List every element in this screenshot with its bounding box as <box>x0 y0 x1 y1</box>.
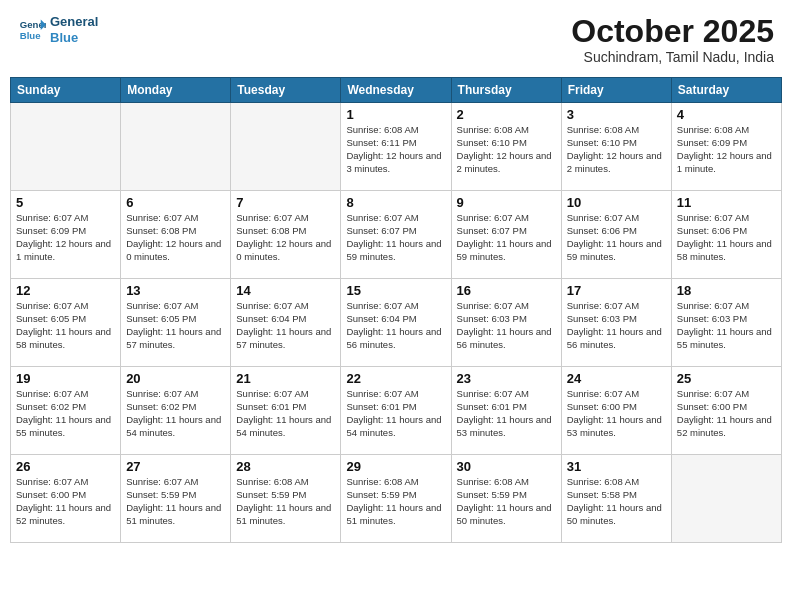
calendar-table: SundayMondayTuesdayWednesdayThursdayFrid… <box>10 77 782 543</box>
week-row-2: 12Sunrise: 6:07 AM Sunset: 6:05 PM Dayli… <box>11 279 782 367</box>
cell-info: Sunrise: 6:07 AM Sunset: 6:00 PM Dayligh… <box>677 388 776 439</box>
calendar-cell: 14Sunrise: 6:07 AM Sunset: 6:04 PM Dayli… <box>231 279 341 367</box>
day-number: 11 <box>677 195 776 210</box>
calendar-cell: 24Sunrise: 6:07 AM Sunset: 6:00 PM Dayli… <box>561 367 671 455</box>
cell-info: Sunrise: 6:08 AM Sunset: 6:10 PM Dayligh… <box>567 124 666 175</box>
cell-info: Sunrise: 6:07 AM Sunset: 6:01 PM Dayligh… <box>346 388 445 439</box>
calendar-cell: 2Sunrise: 6:08 AM Sunset: 6:10 PM Daylig… <box>451 103 561 191</box>
calendar-cell: 31Sunrise: 6:08 AM Sunset: 5:58 PM Dayli… <box>561 455 671 543</box>
day-header-thursday: Thursday <box>451 78 561 103</box>
svg-text:Blue: Blue <box>20 29 41 40</box>
cell-info: Sunrise: 6:07 AM Sunset: 6:02 PM Dayligh… <box>126 388 225 439</box>
day-number: 22 <box>346 371 445 386</box>
logo-text-line1: General <box>50 14 98 30</box>
cell-info: Sunrise: 6:07 AM Sunset: 6:06 PM Dayligh… <box>567 212 666 263</box>
day-header-saturday: Saturday <box>671 78 781 103</box>
calendar-cell: 25Sunrise: 6:07 AM Sunset: 6:00 PM Dayli… <box>671 367 781 455</box>
day-number: 13 <box>126 283 225 298</box>
cell-info: Sunrise: 6:08 AM Sunset: 5:59 PM Dayligh… <box>236 476 335 527</box>
cell-info: Sunrise: 6:08 AM Sunset: 5:58 PM Dayligh… <box>567 476 666 527</box>
cell-info: Sunrise: 6:07 AM Sunset: 6:07 PM Dayligh… <box>346 212 445 263</box>
day-number: 17 <box>567 283 666 298</box>
calendar-cell: 15Sunrise: 6:07 AM Sunset: 6:04 PM Dayli… <box>341 279 451 367</box>
logo-text-line2: Blue <box>50 30 98 46</box>
day-number: 9 <box>457 195 556 210</box>
calendar-cell <box>11 103 121 191</box>
day-number: 3 <box>567 107 666 122</box>
day-number: 12 <box>16 283 115 298</box>
cell-info: Sunrise: 6:08 AM Sunset: 6:09 PM Dayligh… <box>677 124 776 175</box>
cell-info: Sunrise: 6:08 AM Sunset: 5:59 PM Dayligh… <box>346 476 445 527</box>
cell-info: Sunrise: 6:07 AM Sunset: 6:05 PM Dayligh… <box>126 300 225 351</box>
cell-info: Sunrise: 6:08 AM Sunset: 5:59 PM Dayligh… <box>457 476 556 527</box>
calendar-cell: 17Sunrise: 6:07 AM Sunset: 6:03 PM Dayli… <box>561 279 671 367</box>
day-number: 1 <box>346 107 445 122</box>
cell-info: Sunrise: 6:07 AM Sunset: 6:03 PM Dayligh… <box>567 300 666 351</box>
day-number: 31 <box>567 459 666 474</box>
cell-info: Sunrise: 6:07 AM Sunset: 6:04 PM Dayligh… <box>236 300 335 351</box>
calendar-cell <box>121 103 231 191</box>
day-number: 5 <box>16 195 115 210</box>
day-header-tuesday: Tuesday <box>231 78 341 103</box>
header-row: SundayMondayTuesdayWednesdayThursdayFrid… <box>11 78 782 103</box>
calendar-body: 1Sunrise: 6:08 AM Sunset: 6:11 PM Daylig… <box>11 103 782 543</box>
day-number: 23 <box>457 371 556 386</box>
calendar-cell: 22Sunrise: 6:07 AM Sunset: 6:01 PM Dayli… <box>341 367 451 455</box>
cell-info: Sunrise: 6:07 AM Sunset: 6:00 PM Dayligh… <box>567 388 666 439</box>
calendar-cell: 23Sunrise: 6:07 AM Sunset: 6:01 PM Dayli… <box>451 367 561 455</box>
week-row-4: 26Sunrise: 6:07 AM Sunset: 6:00 PM Dayli… <box>11 455 782 543</box>
cell-info: Sunrise: 6:07 AM Sunset: 5:59 PM Dayligh… <box>126 476 225 527</box>
calendar-cell: 1Sunrise: 6:08 AM Sunset: 6:11 PM Daylig… <box>341 103 451 191</box>
cell-info: Sunrise: 6:07 AM Sunset: 6:01 PM Dayligh… <box>457 388 556 439</box>
calendar-header: SundayMondayTuesdayWednesdayThursdayFrid… <box>11 78 782 103</box>
logo: General Blue General Blue <box>18 14 98 45</box>
day-number: 14 <box>236 283 335 298</box>
cell-info: Sunrise: 6:07 AM Sunset: 6:07 PM Dayligh… <box>457 212 556 263</box>
day-number: 8 <box>346 195 445 210</box>
calendar-cell: 18Sunrise: 6:07 AM Sunset: 6:03 PM Dayli… <box>671 279 781 367</box>
day-number: 26 <box>16 459 115 474</box>
title-block: October 2025 Suchindram, Tamil Nadu, Ind… <box>571 14 774 65</box>
day-header-wednesday: Wednesday <box>341 78 451 103</box>
cell-info: Sunrise: 6:07 AM Sunset: 6:01 PM Dayligh… <box>236 388 335 439</box>
calendar-cell: 29Sunrise: 6:08 AM Sunset: 5:59 PM Dayli… <box>341 455 451 543</box>
cell-info: Sunrise: 6:07 AM Sunset: 6:03 PM Dayligh… <box>457 300 556 351</box>
calendar-cell: 13Sunrise: 6:07 AM Sunset: 6:05 PM Dayli… <box>121 279 231 367</box>
day-number: 20 <box>126 371 225 386</box>
day-number: 29 <box>346 459 445 474</box>
cell-info: Sunrise: 6:08 AM Sunset: 6:10 PM Dayligh… <box>457 124 556 175</box>
calendar-cell: 28Sunrise: 6:08 AM Sunset: 5:59 PM Dayli… <box>231 455 341 543</box>
calendar-cell: 4Sunrise: 6:08 AM Sunset: 6:09 PM Daylig… <box>671 103 781 191</box>
day-number: 16 <box>457 283 556 298</box>
day-number: 2 <box>457 107 556 122</box>
cell-info: Sunrise: 6:07 AM Sunset: 6:00 PM Dayligh… <box>16 476 115 527</box>
calendar-cell: 20Sunrise: 6:07 AM Sunset: 6:02 PM Dayli… <box>121 367 231 455</box>
cell-info: Sunrise: 6:07 AM Sunset: 6:08 PM Dayligh… <box>236 212 335 263</box>
day-number: 15 <box>346 283 445 298</box>
calendar-cell: 12Sunrise: 6:07 AM Sunset: 6:05 PM Dayli… <box>11 279 121 367</box>
location: Suchindram, Tamil Nadu, India <box>571 49 774 65</box>
calendar-cell: 3Sunrise: 6:08 AM Sunset: 6:10 PM Daylig… <box>561 103 671 191</box>
calendar-cell: 30Sunrise: 6:08 AM Sunset: 5:59 PM Dayli… <box>451 455 561 543</box>
cell-info: Sunrise: 6:08 AM Sunset: 6:11 PM Dayligh… <box>346 124 445 175</box>
cell-info: Sunrise: 6:07 AM Sunset: 6:03 PM Dayligh… <box>677 300 776 351</box>
week-row-0: 1Sunrise: 6:08 AM Sunset: 6:11 PM Daylig… <box>11 103 782 191</box>
day-number: 30 <box>457 459 556 474</box>
logo-icon: General Blue <box>18 16 46 44</box>
day-number: 27 <box>126 459 225 474</box>
cell-info: Sunrise: 6:07 AM Sunset: 6:04 PM Dayligh… <box>346 300 445 351</box>
calendar-cell: 21Sunrise: 6:07 AM Sunset: 6:01 PM Dayli… <box>231 367 341 455</box>
calendar-cell: 10Sunrise: 6:07 AM Sunset: 6:06 PM Dayli… <box>561 191 671 279</box>
month-title: October 2025 <box>571 14 774 49</box>
page-header: General Blue General Blue October 2025 S… <box>10 10 782 69</box>
day-number: 25 <box>677 371 776 386</box>
calendar-cell <box>671 455 781 543</box>
cell-info: Sunrise: 6:07 AM Sunset: 6:09 PM Dayligh… <box>16 212 115 263</box>
day-header-sunday: Sunday <box>11 78 121 103</box>
day-header-monday: Monday <box>121 78 231 103</box>
day-header-friday: Friday <box>561 78 671 103</box>
day-number: 19 <box>16 371 115 386</box>
day-number: 18 <box>677 283 776 298</box>
calendar-cell: 27Sunrise: 6:07 AM Sunset: 5:59 PM Dayli… <box>121 455 231 543</box>
calendar-cell: 11Sunrise: 6:07 AM Sunset: 6:06 PM Dayli… <box>671 191 781 279</box>
